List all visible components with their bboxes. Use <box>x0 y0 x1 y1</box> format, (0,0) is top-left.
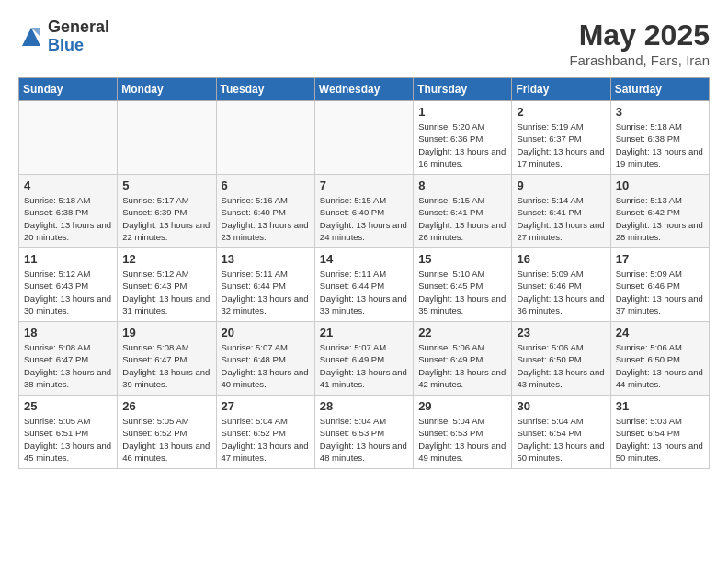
month-title: May 2025 <box>569 18 710 52</box>
day-info: Sunrise: 5:09 AMSunset: 6:46 PMDaylight:… <box>616 268 704 316</box>
header-tuesday: Tuesday <box>216 78 314 101</box>
day-number: 19 <box>122 326 210 339</box>
day-info: Sunrise: 5:19 AMSunset: 6:37 PMDaylight:… <box>517 121 605 169</box>
page-header: General Blue May 2025 Farashband, Fars, … <box>18 18 710 68</box>
day-info: Sunrise: 5:12 AMSunset: 6:43 PMDaylight:… <box>24 268 112 316</box>
day-info: Sunrise: 5:03 AMSunset: 6:54 PMDaylight:… <box>616 415 704 464</box>
header-thursday: Thursday <box>414 78 512 101</box>
day-number: 12 <box>122 252 210 266</box>
day-info: Sunrise: 5:11 AMSunset: 6:44 PMDaylight:… <box>320 268 408 316</box>
day-info: Sunrise: 5:07 AMSunset: 6:48 PMDaylight:… <box>222 341 310 390</box>
day-number: 30 <box>517 399 605 413</box>
table-row: 26Sunrise: 5:05 AMSunset: 6:52 PMDayligh… <box>118 396 216 469</box>
table-row: 29Sunrise: 5:04 AMSunset: 6:53 PMDayligh… <box>414 396 512 469</box>
day-info: Sunrise: 5:15 AMSunset: 6:40 PMDaylight:… <box>320 194 408 243</box>
logo-icon <box>18 24 44 50</box>
day-info: Sunrise: 5:05 AMSunset: 6:51 PMDaylight:… <box>24 415 112 464</box>
table-row: 28Sunrise: 5:04 AMSunset: 6:53 PMDayligh… <box>314 396 413 469</box>
header-monday: Monday <box>118 78 216 101</box>
table-row: 25Sunrise: 5:05 AMSunset: 6:51 PMDayligh… <box>19 396 118 469</box>
day-number: 26 <box>122 399 210 413</box>
day-number: 25 <box>24 399 112 413</box>
table-row: 20Sunrise: 5:07 AMSunset: 6:48 PMDayligh… <box>216 322 314 396</box>
table-row <box>118 101 216 175</box>
day-number: 29 <box>418 399 506 413</box>
day-number: 6 <box>222 178 310 192</box>
day-info: Sunrise: 5:04 AMSunset: 6:54 PMDaylight:… <box>517 415 605 464</box>
day-info: Sunrise: 5:04 AMSunset: 6:53 PMDaylight:… <box>418 415 506 464</box>
table-row: 2Sunrise: 5:19 AMSunset: 6:37 PMDaylight… <box>512 101 610 175</box>
title-block: May 2025 Farashband, Fars, Iran <box>569 18 710 68</box>
day-info: Sunrise: 5:04 AMSunset: 6:53 PMDaylight:… <box>320 415 408 464</box>
table-row: 1Sunrise: 5:20 AMSunset: 6:36 PMDaylight… <box>414 101 512 175</box>
day-number: 1 <box>418 105 506 119</box>
day-number: 17 <box>616 252 704 266</box>
table-row: 16Sunrise: 5:09 AMSunset: 6:46 PMDayligh… <box>512 248 610 322</box>
calendar-week-row: 11Sunrise: 5:12 AMSunset: 6:43 PMDayligh… <box>19 248 710 322</box>
table-row: 6Sunrise: 5:16 AMSunset: 6:40 PMDaylight… <box>216 175 314 248</box>
day-number: 5 <box>122 178 210 192</box>
day-number: 20 <box>222 326 310 339</box>
day-info: Sunrise: 5:05 AMSunset: 6:52 PMDaylight:… <box>122 415 210 464</box>
day-number: 3 <box>616 105 704 119</box>
weekday-header-row: Sunday Monday Tuesday Wednesday Thursday… <box>19 78 710 101</box>
day-number: 16 <box>517 252 605 266</box>
day-info: Sunrise: 5:11 AMSunset: 6:44 PMDaylight:… <box>222 268 310 316</box>
table-row: 23Sunrise: 5:06 AMSunset: 6:50 PMDayligh… <box>512 322 610 396</box>
table-row: 31Sunrise: 5:03 AMSunset: 6:54 PMDayligh… <box>610 396 709 469</box>
day-number: 28 <box>320 399 408 413</box>
day-info: Sunrise: 5:08 AMSunset: 6:47 PMDaylight:… <box>24 341 112 390</box>
day-number: 23 <box>517 326 605 339</box>
day-number: 15 <box>418 252 506 266</box>
day-number: 9 <box>517 178 605 192</box>
table-row: 30Sunrise: 5:04 AMSunset: 6:54 PMDayligh… <box>512 396 610 469</box>
day-number: 13 <box>222 252 310 266</box>
table-row: 5Sunrise: 5:17 AMSunset: 6:39 PMDaylight… <box>118 175 216 248</box>
header-wednesday: Wednesday <box>314 78 413 101</box>
day-number: 7 <box>320 178 408 192</box>
day-info: Sunrise: 5:20 AMSunset: 6:36 PMDaylight:… <box>418 121 506 169</box>
day-number: 2 <box>517 105 605 119</box>
table-row: 8Sunrise: 5:15 AMSunset: 6:41 PMDaylight… <box>414 175 512 248</box>
table-row: 14Sunrise: 5:11 AMSunset: 6:44 PMDayligh… <box>314 248 413 322</box>
table-row: 11Sunrise: 5:12 AMSunset: 6:43 PMDayligh… <box>19 248 118 322</box>
day-number: 27 <box>222 399 310 413</box>
day-info: Sunrise: 5:17 AMSunset: 6:39 PMDaylight:… <box>122 194 210 243</box>
day-info: Sunrise: 5:10 AMSunset: 6:45 PMDaylight:… <box>418 268 506 316</box>
header-saturday: Saturday <box>610 78 709 101</box>
day-info: Sunrise: 5:16 AMSunset: 6:40 PMDaylight:… <box>222 194 310 243</box>
calendar-table: Sunday Monday Tuesday Wednesday Thursday… <box>18 77 710 469</box>
table-row: 7Sunrise: 5:15 AMSunset: 6:40 PMDaylight… <box>314 175 413 248</box>
day-number: 11 <box>24 252 112 266</box>
day-info: Sunrise: 5:13 AMSunset: 6:42 PMDaylight:… <box>616 194 704 243</box>
table-row <box>216 101 314 175</box>
day-info: Sunrise: 5:04 AMSunset: 6:52 PMDaylight:… <box>222 415 310 464</box>
day-number: 10 <box>616 178 704 192</box>
header-sunday: Sunday <box>19 78 118 101</box>
day-number: 18 <box>24 326 112 339</box>
day-number: 8 <box>418 178 506 192</box>
day-info: Sunrise: 5:18 AMSunset: 6:38 PMDaylight:… <box>616 121 704 169</box>
table-row: 15Sunrise: 5:10 AMSunset: 6:45 PMDayligh… <box>414 248 512 322</box>
calendar-week-row: 1Sunrise: 5:20 AMSunset: 6:36 PMDaylight… <box>19 101 710 175</box>
table-row: 24Sunrise: 5:06 AMSunset: 6:50 PMDayligh… <box>610 322 709 396</box>
calendar-week-row: 25Sunrise: 5:05 AMSunset: 6:51 PMDayligh… <box>19 396 710 469</box>
day-number: 4 <box>24 178 112 192</box>
table-row <box>314 101 413 175</box>
table-row <box>19 101 118 175</box>
table-row: 12Sunrise: 5:12 AMSunset: 6:43 PMDayligh… <box>118 248 216 322</box>
table-row: 3Sunrise: 5:18 AMSunset: 6:38 PMDaylight… <box>610 101 709 175</box>
location-text: Farashband, Fars, Iran <box>569 52 710 68</box>
table-row: 4Sunrise: 5:18 AMSunset: 6:38 PMDaylight… <box>19 175 118 248</box>
table-row: 22Sunrise: 5:06 AMSunset: 6:49 PMDayligh… <box>414 322 512 396</box>
table-row: 13Sunrise: 5:11 AMSunset: 6:44 PMDayligh… <box>216 248 314 322</box>
day-number: 14 <box>320 252 408 266</box>
day-number: 22 <box>418 326 506 339</box>
day-info: Sunrise: 5:12 AMSunset: 6:43 PMDaylight:… <box>122 268 210 316</box>
calendar-week-row: 4Sunrise: 5:18 AMSunset: 6:38 PMDaylight… <box>19 175 710 248</box>
day-info: Sunrise: 5:06 AMSunset: 6:50 PMDaylight:… <box>517 341 605 390</box>
day-info: Sunrise: 5:15 AMSunset: 6:41 PMDaylight:… <box>418 194 506 243</box>
table-row: 27Sunrise: 5:04 AMSunset: 6:52 PMDayligh… <box>216 396 314 469</box>
logo: General Blue <box>18 18 109 55</box>
day-info: Sunrise: 5:06 AMSunset: 6:49 PMDaylight:… <box>418 341 506 390</box>
